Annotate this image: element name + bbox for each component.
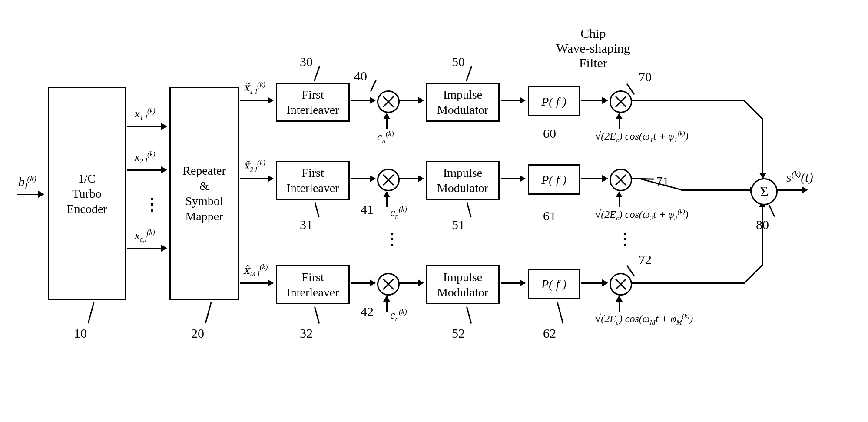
arrow-mult-imp-2 [399, 178, 423, 179]
arrow-xt1 [240, 100, 273, 101]
impulse-label-1: Impulse Modulator [437, 87, 488, 117]
carrier-label-M: √(2Ec) cos(ωMt + φM(k)) [595, 312, 693, 326]
arrow-code-M [386, 296, 388, 312]
line-out-Mb [744, 264, 763, 284]
arrow-code-1 [386, 114, 388, 129]
label-xc: xc,l(k) [135, 228, 155, 244]
line-out-2a [681, 189, 749, 191]
arrow-fil-car-1 [581, 100, 607, 101]
arrow-fil-car-2 [581, 178, 607, 179]
arrow-int-mult-2 [351, 178, 375, 179]
vdots-mixer1: ⋮ [384, 235, 401, 243]
output-label: s(k)(t) [786, 169, 813, 185]
filter-label-2: P( f ) [541, 172, 567, 187]
leader-20 [205, 302, 212, 323]
vdots-encoder-out: ⋮ [143, 200, 161, 209]
line-out-2a-pre [632, 178, 640, 179]
arrow-x1 [127, 126, 166, 127]
arrow-x2 [127, 169, 166, 171]
label-x1: x1 l(k) [135, 106, 156, 122]
label-x2: x2 l(k) [135, 150, 156, 166]
ref-72: 72 [639, 252, 652, 267]
line-out-Mc [762, 202, 763, 265]
repeater-label: Repeater & Symbol Mapper [182, 163, 226, 224]
arrow-input [17, 194, 43, 195]
arrow-xc [127, 248, 166, 249]
block-diagram: bl(k) 1/C Turbo Encoder 10 x1 l(k) x2 l(… [17, 17, 843, 400]
arrow-imp-fil-1 [501, 100, 525, 101]
ref-20: 20 [191, 326, 204, 341]
filter-title: Chip Wave-shaping Filter [556, 26, 630, 70]
leader-51 [467, 202, 472, 217]
ref-10: 10 [74, 326, 87, 341]
ref-61: 61 [543, 209, 556, 223]
ref-32: 32 [300, 326, 313, 341]
ref-50: 50 [452, 54, 465, 69]
ref-52: 52 [452, 326, 465, 341]
leader-40 [370, 80, 377, 92]
leader-62 [557, 302, 564, 323]
summer-label: Σ [760, 183, 769, 200]
line-out-1b [744, 100, 763, 120]
turbo-encoder-label: 1/C Turbo Encoder [66, 171, 107, 216]
arrow-xt2 [240, 178, 273, 179]
label-xtM: x̃M l(k) [243, 263, 268, 279]
arrow-output [777, 189, 807, 191]
leader-50 [466, 66, 472, 81]
leader-31 [315, 202, 320, 217]
line-out-1c [762, 118, 763, 182]
arrow-fil-car-M [581, 282, 607, 284]
turbo-encoder: 1/C Turbo Encoder [48, 87, 126, 300]
line-out-1a [632, 100, 745, 101]
ref-80: 80 [756, 217, 769, 232]
arrow-imp-fil-M [501, 282, 525, 284]
ref-42: 42 [361, 304, 374, 319]
ref-40: 40 [354, 69, 367, 83]
arrow-code-2 [386, 192, 388, 207]
mixer-code-2 [377, 169, 400, 191]
interleaver-label-1: First Interleaver [286, 87, 339, 117]
ref-60: 60 [543, 126, 556, 141]
arrow-xtM [240, 282, 273, 284]
filter-label-M: P( f ) [541, 276, 567, 292]
mixer-code-M [377, 273, 400, 296]
arrow-int-mult-1 [351, 100, 375, 101]
arrow-carrier-M [619, 296, 620, 312]
summer: Σ [751, 178, 778, 205]
mixer-carrier-M [610, 273, 632, 296]
carrier-label-2: √(2Ec) cos(ω2t + φ2(k)) [595, 208, 689, 222]
code-label-M: cn(k) [390, 308, 407, 323]
arrow-mult-imp-1 [399, 100, 423, 101]
mixer-code-1 [377, 90, 400, 113]
vdots-mixer2: ⋮ [616, 235, 633, 243]
ref-62: 62 [543, 326, 556, 341]
carrier-label-1: √(2Ec) cos(ω1t + φ1(k)) [595, 130, 689, 144]
impulse-mod-1: Impulse Modulator [426, 83, 500, 122]
leader-80 [769, 205, 775, 217]
ref-31: 31 [300, 217, 313, 232]
leader-30 [314, 66, 320, 81]
arrow-carrier-1 [619, 114, 620, 129]
arrow-imp-fil-2 [501, 178, 525, 179]
repeater-mapper: Repeater & Symbol Mapper [169, 87, 239, 300]
interleaver-label-2: First Interleaver [286, 165, 339, 196]
filter-M: P( f ) [528, 269, 580, 299]
interleaver-label-M: First Interleaver [286, 269, 339, 300]
interleaver-M: First Interleaver [276, 265, 350, 304]
filter-1: P( f ) [528, 86, 580, 116]
code-label-1: cn(k) [377, 130, 394, 145]
interleaver-1: First Interleaver [276, 83, 350, 122]
label-xt1: x̃1 l(k) [243, 80, 265, 96]
code-label-2: cn(k) [390, 205, 407, 221]
mixer-carrier-2 [610, 169, 632, 191]
mixer-carrier-1 [610, 90, 632, 113]
label-xt2: x̃2 l(k) [243, 159, 265, 174]
interleaver-2: First Interleaver [276, 161, 350, 200]
impulse-mod-M: Impulse Modulator [426, 265, 500, 304]
line-out-Ma [632, 282, 745, 284]
leader-32 [314, 306, 320, 323]
filter-label-1: P( f ) [541, 94, 567, 109]
leader-10 [88, 302, 95, 323]
arrow-int-mult-M [351, 282, 375, 284]
ref-51: 51 [452, 217, 465, 232]
